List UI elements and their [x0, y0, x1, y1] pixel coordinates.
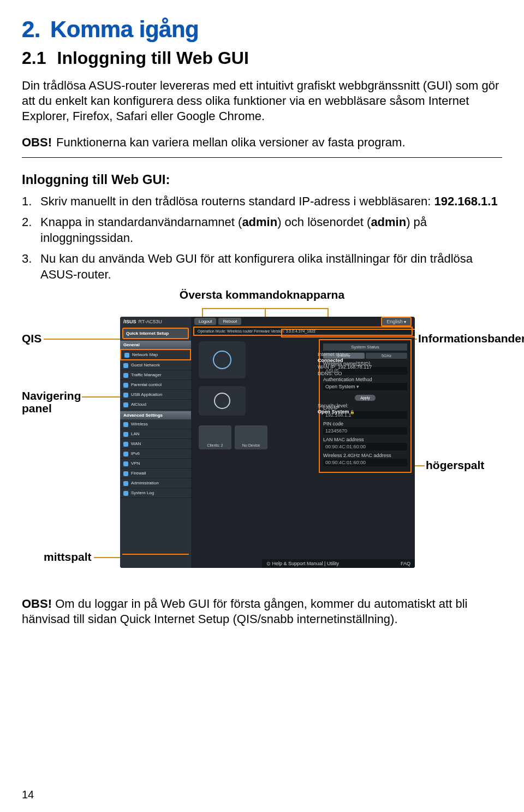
qis-button[interactable]: Quick Internet Setup [122, 328, 189, 339]
nav-item[interactable]: Administration [120, 478, 191, 488]
faq-link[interactable]: FAQ [401, 561, 410, 566]
nav-item[interactable]: AiCloud [120, 400, 191, 410]
steps-heading: Inloggning till Web GUI: [22, 172, 502, 187]
intro-paragraph: Din trådlösa ASUS-router levereras med e… [22, 78, 502, 124]
globe-icon [213, 351, 231, 369]
gui-sidebar: /ISUS RT-AC53U Quick Internet Setup Gene… [120, 317, 191, 568]
label-qis: QIS [22, 332, 41, 345]
leader-line [44, 339, 123, 340]
auth-field[interactable]: Open System ▾ [323, 383, 407, 390]
chapter-number: 2. [22, 16, 40, 42]
router-gui-screenshot: /ISUS RT-AC53U Quick Internet Setup Gene… [120, 317, 415, 568]
apply-button[interactable]: Apply [355, 395, 376, 401]
note-text: Om du loggar in på Web GUI för första gå… [22, 597, 467, 626]
nav-item[interactable]: Parental control [120, 380, 191, 390]
nav-item[interactable]: Guest Network [120, 360, 191, 370]
label-info: Informationsbanderoll [418, 332, 524, 345]
step-3: 3. Nu kan du använda Web GUI för att kon… [22, 251, 502, 282]
note-label: OBS! [22, 597, 52, 611]
panel-title: System Status [323, 343, 407, 351]
page-number: 14 [22, 789, 34, 801]
center-column: Internet status: Connected WAN IP: 192.1… [194, 339, 319, 473]
section-number: 2.1 [22, 48, 46, 68]
nav-item[interactable]: LAN [120, 429, 191, 439]
gui-main: Logout Reboot English ▾ Operation Mode: … [191, 317, 415, 568]
section-title: Inloggning till Web GUI [57, 48, 248, 68]
nav-item[interactable]: Firewall [120, 469, 191, 478]
nav-item[interactable]: Wireless [120, 419, 191, 429]
reboot-button[interactable]: Reboot [218, 318, 241, 325]
label-mitt: mittspalt [44, 550, 92, 563]
gui-topbar: Logout Reboot English ▾ [191, 317, 415, 327]
step-2: 2. Knappa in standardanvändarnamnet (adm… [22, 215, 502, 246]
language-dropdown[interactable]: English ▾ [381, 317, 412, 327]
gui-footer: ⊙ Help & Support Manual | Utility FAQ [262, 559, 415, 568]
gui-logo: /ISUS RT-AC53U [120, 317, 191, 327]
label-right: högerspalt [426, 459, 484, 471]
figure-caption-top: Översta kommandoknapparna [22, 288, 502, 301]
highlight-box [281, 329, 415, 337]
help-link[interactable]: ⊙ Help & Support Manual | Utility [266, 561, 339, 566]
leader-line [82, 396, 123, 398]
label-nav: Navigering panel [22, 389, 87, 414]
note-1: OBS!Funktionerna kan variera mellan olik… [22, 135, 502, 157]
nav-item[interactable]: System Log [120, 488, 191, 498]
chapter-heading: 2.Komma igång [22, 16, 502, 43]
chapter-title: Komma igång [50, 16, 199, 42]
nav-item[interactable]: USB Application [120, 390, 191, 400]
steps-list: 1. Skriv manuellt in den trådlösa router… [22, 194, 502, 283]
annotated-screenshot: QIS Navigering panel mittspalt Informati… [22, 305, 502, 589]
note-text: Funktionerna kan variera mellan olika ve… [56, 135, 406, 149]
tab-5ghz[interactable]: 5GHz [366, 353, 407, 359]
note-label: OBS! [22, 135, 52, 149]
nav-header-general: General [120, 341, 191, 349]
nav-item[interactable]: Traffic Manager [120, 370, 191, 380]
nav-item[interactable]: WAN [120, 439, 191, 449]
internet-status-card[interactable] [199, 341, 246, 378]
nav-item[interactable]: Network Map [120, 349, 191, 360]
step-1: 1. Skriv manuellt in den trådlösa router… [22, 194, 502, 210]
note-2: OBS! Om du loggar in på Web GUI för förs… [22, 596, 502, 627]
section-heading: 2.1Inloggning till Web GUI [22, 48, 502, 68]
clients-icon[interactable]: Clients: 2 [199, 425, 231, 449]
nav-header-advanced: Advanced Settings [120, 411, 191, 419]
nav-item[interactable]: IPv6 [120, 449, 191, 459]
security-card[interactable] [199, 386, 246, 416]
logout-button[interactable]: Logout [194, 318, 216, 325]
nav-item[interactable]: VPN [120, 459, 191, 469]
usb-icon[interactable]: No Device [235, 425, 267, 449]
